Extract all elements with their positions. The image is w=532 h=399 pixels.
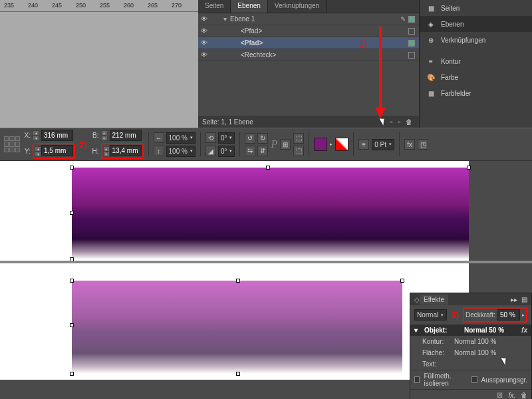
visibility-icon[interactable]: 👁	[198, 15, 210, 23]
stroke-swatch[interactable]	[335, 138, 348, 151]
visibility-icon[interactable]: 👁	[198, 39, 210, 47]
flip-h-icon[interactable]: ⇋	[245, 146, 255, 156]
select-container-icon[interactable]: ⊞	[280, 139, 291, 150]
layer-name: Ebene 1	[229, 15, 400, 23]
opacity-label: Deckkraft:	[466, 311, 495, 319]
stroke-weight-icon: ≡	[358, 139, 369, 150]
scale-x-field[interactable]: 100 %▾	[166, 132, 196, 144]
x-field[interactable]	[41, 130, 73, 141]
layer-row[interactable]: 👁 <Rechteck>	[198, 49, 419, 61]
document-view-2[interactable]	[0, 263, 469, 380]
stroke-weight-field[interactable]: 0 Pt▾	[372, 139, 394, 150]
sidebar-item-ebenen[interactable]: ◈Ebenen	[420, 16, 532, 32]
annotation-2: 2)	[79, 140, 87, 150]
scale-y-icon[interactable]: ↕	[154, 146, 164, 156]
panel-menu-icon[interactable]: ▤	[521, 296, 527, 303]
arrow-annotation	[379, 27, 382, 110]
w-field[interactable]	[110, 130, 142, 141]
y-up[interactable]: ▴	[35, 146, 41, 152]
sidebar-item-farbe[interactable]: 🎨Farbe	[420, 69, 532, 85]
blend-mode-dropdown[interactable]: Normal▾	[414, 309, 447, 321]
corner-icon[interactable]: ◳	[418, 139, 428, 150]
annotation-3: 3)	[451, 310, 459, 320]
links-icon: ⊕	[426, 35, 436, 45]
annotation-1: 1)	[359, 39, 367, 49]
rotate-ccw-icon[interactable]: ↺	[245, 133, 255, 144]
opacity-field[interactable]	[497, 309, 520, 321]
knockout-group-checkbox[interactable]	[471, 376, 477, 383]
paragraph-style-icon[interactable]: P	[271, 138, 277, 150]
right-sidebar: ▦Seiten ◈Ebenen ⊕Verknüpfungen ≡Kontur 🎨…	[419, 0, 532, 128]
reference-point-grid[interactable]	[4, 136, 20, 152]
y-down[interactable]: ▾	[35, 152, 41, 157]
selected-shape[interactable]	[72, 168, 469, 259]
rotate-field[interactable]: 0°▾	[218, 132, 235, 144]
y-field[interactable]	[41, 145, 73, 156]
effects-tab[interactable]: Effekte	[420, 295, 448, 305]
new-layer-icon[interactable]: ▫	[398, 118, 400, 126]
sidebar-item-seiten[interactable]: ▦Seiten	[420, 0, 532, 16]
selected-shape[interactable]	[72, 281, 402, 374]
isolate-blending-checkbox[interactable]	[414, 376, 420, 383]
delete-layer-icon[interactable]: 🗑	[406, 118, 412, 126]
effects-row[interactable]: Fläche:Normal 100 %	[410, 347, 531, 358]
effects-row[interactable]: Kontur:Normal 100 %	[410, 336, 531, 347]
x-up[interactable]: ▴	[33, 130, 39, 136]
stroke-icon: ≡	[426, 57, 436, 66]
sidebar-item-farbfelder[interactable]: ▦Farbfelder	[420, 85, 532, 101]
layer-row[interactable]: 👁 <Pfad>	[198, 25, 419, 37]
arrow-head-icon	[375, 108, 386, 118]
layer-status: Seite: 1, 1 Ebene	[202, 118, 253, 126]
fx-menu-icon[interactable]: fx.	[508, 392, 515, 399]
shear-field[interactable]: 0°▾	[218, 146, 235, 157]
layer-row[interactable]: 👁 ▾ Ebene 1 ✎	[198, 13, 419, 25]
tool-icon[interactable]: ⬚	[293, 146, 304, 156]
x-down[interactable]: ▾	[33, 136, 39, 141]
shear-icon[interactable]: ◢	[205, 146, 216, 156]
scale-y-field[interactable]: 100 %▾	[166, 146, 196, 157]
effects-icon[interactable]: fx	[404, 139, 415, 150]
h-field[interactable]	[110, 145, 142, 156]
tool-icon[interactable]: ⬚	[293, 133, 304, 144]
flip-v-icon[interactable]: ⇵	[257, 146, 268, 156]
pages-icon: ▦	[426, 3, 436, 13]
rotate-cw-icon[interactable]: ↻	[257, 133, 268, 144]
effects-panel: ◇ Effekte ▸▸ ▤ Normal▾ 3) Deckkraft: ▸ ▾…	[410, 293, 532, 399]
horizontal-ruler: 235 240 245 250 255 260 265 270	[0, 0, 198, 12]
delete-effect-icon[interactable]: 🗑	[521, 392, 527, 399]
new-sublayer-icon[interactable]: ▫	[390, 118, 393, 126]
tab-verknuepfungen[interactable]: Verknüpfungen	[268, 0, 327, 13]
clear-effects-icon[interactable]: ☒	[497, 392, 503, 399]
rotate-icon[interactable]: ⟲	[205, 132, 216, 143]
disclosure-icon[interactable]: ▾	[221, 15, 229, 23]
canvas-pasteboard	[0, 12, 198, 128]
fill-swatch[interactable]	[314, 138, 327, 151]
effects-row: Text:	[410, 358, 531, 370]
scale-x-icon[interactable]: ↔	[154, 132, 164, 143]
sidebar-item-verknuepfungen[interactable]: ⊕Verknüpfungen	[420, 32, 532, 48]
control-bar: X:▴▾ Y: ▴▾ 2) B:▴▾ H: ▴▾ ↔100 %▾ ↕100 %▾…	[0, 128, 532, 161]
effects-object-row[interactable]: ▾Objekt:Normal 50 %fx	[410, 325, 531, 336]
visibility-icon[interactable]: 👁	[198, 27, 210, 35]
sidebar-item-kontur[interactable]: ≡Kontur	[420, 53, 532, 69]
layer-row-selected[interactable]: 👁 <Pfad>	[198, 37, 419, 49]
layers-icon: ◈	[426, 19, 436, 29]
tab-ebenen[interactable]: Ebenen	[231, 0, 267, 13]
tab-seiten[interactable]: Seiten	[198, 0, 231, 13]
color-icon: 🎨	[426, 72, 436, 82]
document-view-1[interactable]	[0, 161, 469, 261]
visibility-icon[interactable]: 👁	[198, 51, 210, 59]
panel-collapse-icon[interactable]: ▸▸	[511, 296, 517, 303]
swatches-icon: ▦	[426, 88, 436, 98]
